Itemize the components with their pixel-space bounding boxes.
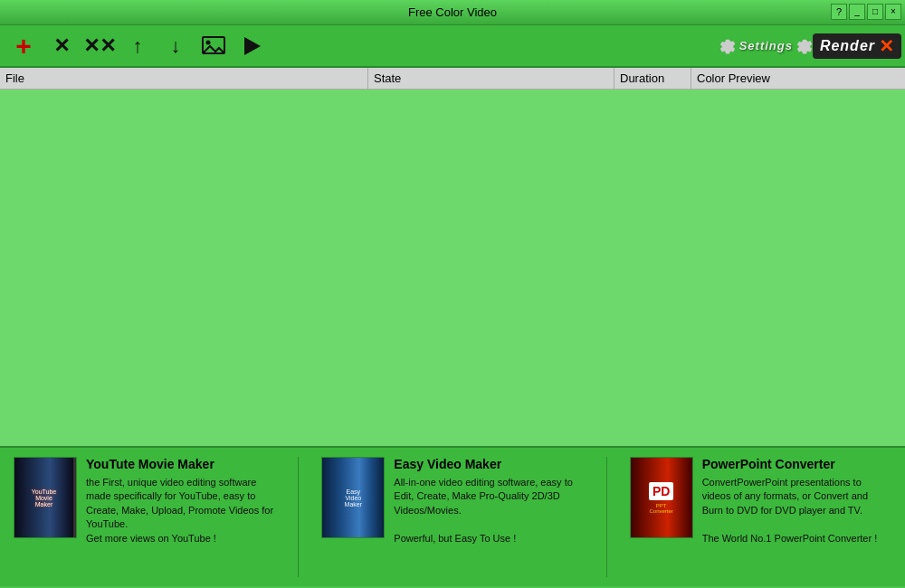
promo-text-pptc: PowerPoint Converter ConvertPowerPoint p… (702, 457, 891, 545)
clear-button[interactable]: ✕✕ (83, 30, 116, 62)
promo-title-evm: Easy Video Maker (394, 457, 583, 471)
list-header: File State Duration Color Preview (0, 68, 905, 90)
play-button[interactable] (235, 30, 268, 62)
toolbar: + ✕ ✕✕ ↑ ↓ Settings (0, 25, 905, 66)
promo-desc-ytmm: the First, unique video editing software… (86, 476, 275, 545)
promo-divider-1 (298, 457, 299, 577)
svg-marker-2 (244, 37, 261, 55)
column-state: State (368, 68, 614, 89)
promo-area: YouTubeMovieMaker YouTute Movie Maker th… (0, 448, 905, 586)
window-title: Free Color Video (408, 5, 497, 19)
render-button[interactable]: Render ✕ (813, 33, 901, 59)
xx-icon: ✕✕ (83, 34, 116, 58)
gear-icon-2 (795, 36, 814, 56)
gear-icon (718, 36, 738, 56)
up-arrow-icon: ↑ (133, 34, 143, 58)
promo-item-evm[interactable]: EasyVideoMaker Easy Video Maker All-in-o… (321, 457, 583, 545)
add-button[interactable]: + (7, 30, 40, 62)
column-file: File (0, 68, 368, 89)
settings-button[interactable]: Settings (718, 36, 814, 56)
settings-icon-wrap: Settings (718, 36, 814, 56)
plus-icon: + (15, 31, 32, 62)
promo-desc-pptc: ConvertPowerPoint presentations to video… (702, 476, 891, 545)
promo-title-ytmm: YouTute Movie Maker (86, 457, 275, 471)
promo-title-pptc: PowerPoint Converter (702, 457, 891, 471)
list-body[interactable] (0, 90, 905, 446)
file-list-area: File State Duration Color Preview (0, 66, 905, 448)
promo-thumb-ytmm: YouTubeMovieMaker (14, 457, 77, 538)
window-controls[interactable]: ? _ □ × (831, 4, 901, 20)
settings-label: Settings (739, 39, 793, 52)
play-icon (239, 33, 264, 59)
render-x-icon: ✕ (879, 35, 894, 57)
promo-thumb-pptc: PD PPTConverter (630, 457, 693, 538)
promo-item-ytmm[interactable]: YouTubeMovieMaker YouTute Movie Maker th… (14, 457, 275, 545)
move-up-button[interactable]: ↑ (121, 30, 154, 62)
render-label: Render (820, 38, 875, 54)
minimize-button[interactable]: _ (849, 4, 865, 20)
help-button[interactable]: ? (831, 4, 847, 20)
promo-text-ytmm: YouTute Movie Maker the First, unique vi… (86, 457, 275, 545)
svg-point-1 (206, 40, 211, 44)
move-down-button[interactable]: ↓ (159, 30, 192, 62)
promo-desc-evm: All-in-one video editing software, easy … (394, 476, 583, 545)
title-bar: Free Color Video ? _ □ × (0, 0, 905, 25)
preview-button[interactable] (197, 30, 230, 62)
remove-button[interactable]: ✕ (45, 30, 78, 62)
promo-text-evm: Easy Video Maker All-in-one video editin… (394, 457, 583, 545)
image-icon (201, 33, 226, 59)
close-button[interactable]: × (885, 4, 901, 20)
column-duration: Duration (614, 68, 691, 89)
x-icon: ✕ (53, 34, 70, 58)
column-color-preview: Color Preview (691, 68, 905, 89)
promo-thumb-evm: EasyVideoMaker (321, 457, 385, 538)
down-arrow-icon: ↓ (171, 34, 181, 58)
promo-divider-2 (606, 457, 607, 577)
maximize-button[interactable]: □ (867, 4, 883, 20)
promo-item-pptc[interactable]: PD PPTConverter PowerPoint Converter Con… (630, 457, 891, 545)
